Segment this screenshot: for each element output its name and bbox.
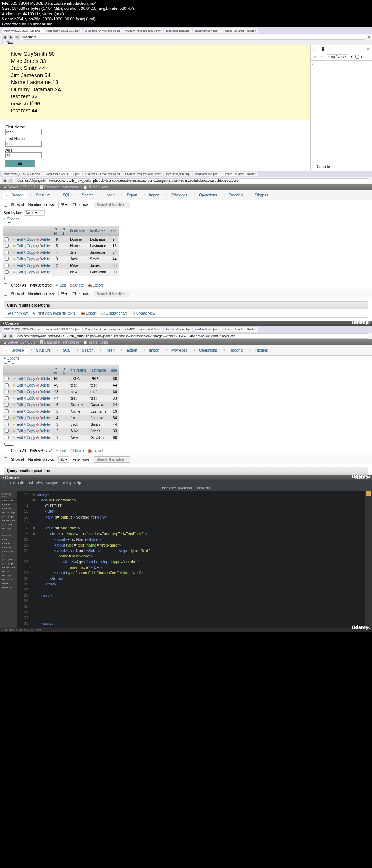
code-line[interactable]: 13▼ <div id="container"> xyxy=(17,497,365,503)
edit-link[interactable]: ✏ Edit xyxy=(13,270,23,274)
back-icon[interactable]: ◀ xyxy=(2,333,7,339)
edit-link[interactable]: ✏ Edit xyxy=(13,396,23,400)
edit-link[interactable]: ✏ Edit xyxy=(13,251,23,255)
bulk-edit-2[interactable]: ✏ Edit xyxy=(56,449,66,453)
back-icon[interactable]: ◀ xyxy=(2,178,7,183)
delete-link[interactable]: ⊖ Delete xyxy=(36,396,50,400)
edit-link[interactable]: ✏ Edit xyxy=(13,244,23,248)
file-item[interactable]: index.html xyxy=(1,549,17,553)
edit-link[interactable]: ✏ Edit xyxy=(13,429,23,433)
copy-link[interactable]: ⎘ Copy xyxy=(24,251,35,255)
code-line[interactable]: 33 <script xyxy=(17,621,365,626)
delete-link[interactable]: ⊖ Delete xyxy=(36,257,50,261)
row-check[interactable] xyxy=(5,390,9,393)
delete-link[interactable]: ⊖ Delete xyxy=(36,244,50,248)
col-1[interactable]: ▼ 1 xyxy=(61,365,69,376)
dt-menu-icon[interactable]: ⋮ xyxy=(357,46,363,51)
preserve-checkbox[interactable] xyxy=(355,55,359,59)
showall-check-2[interactable] xyxy=(4,292,7,296)
file-item[interactable]: json.php xyxy=(1,561,17,565)
edit-link[interactable]: ✏ Edit xyxy=(13,403,23,407)
copy-link[interactable]: ⎘ Copy xyxy=(24,390,35,394)
code-line[interactable]: 21 <input type="text" name="firstName"> xyxy=(17,543,365,548)
edit-link[interactable]: ✏ Edit xyxy=(13,257,23,261)
forward-icon[interactable]: ▶ xyxy=(8,35,13,40)
code-line[interactable]: name="lastName"> xyxy=(17,553,365,559)
code-line[interactable]: 28 </div> xyxy=(17,593,365,598)
pma-tab-privileges[interactable]: ▫Privileges xyxy=(163,192,190,199)
reload-icon[interactable]: ↻ xyxy=(8,178,13,183)
menu-find[interactable]: Find xyxy=(27,481,33,485)
browser-tab[interactable]: Hosted Libraries | Hosted xyxy=(221,327,258,332)
code-line[interactable]: 18▼ <div id="oneForm"> xyxy=(17,525,365,531)
code-line[interactable]: 31 xyxy=(17,609,365,615)
col-ln[interactable]: lastName xyxy=(88,226,108,236)
table-link[interactable]: Table: users xyxy=(89,340,108,344)
menu-icon[interactable]: ≡ xyxy=(368,35,370,39)
row-check[interactable] xyxy=(5,244,9,248)
copy-link[interactable]: ⎘ Copy xyxy=(24,403,35,407)
pma-tab-triggers[interactable]: ▫Triggers xyxy=(246,192,271,199)
edit-link[interactable]: ✏ Edit xyxy=(13,416,23,420)
edit-link[interactable]: ✏ Edit xyxy=(13,383,23,387)
add-button[interactable]: add xyxy=(5,160,35,167)
code-line[interactable]: 14 OUTPUT: xyxy=(17,503,365,509)
bulk-delete-2[interactable]: ⊖ Delete xyxy=(70,449,84,453)
menu-help[interactable]: Help xyxy=(74,481,81,485)
browser-tab[interactable]: Brackets - A modern, open xyxy=(83,327,122,332)
numrows-select-2[interactable]: 25 ▾ xyxy=(58,291,69,297)
server-link[interactable]: Server: 127.0.0.1 xyxy=(8,185,36,189)
file-item[interactable]: same.php xyxy=(1,519,17,523)
copy-link[interactable]: ⎘ Copy xyxy=(24,436,35,440)
code-line[interactable]: 23 <label>Age</label> <input type="numbe… xyxy=(17,559,365,565)
col-fn[interactable]: firstName xyxy=(68,226,88,236)
device-icon[interactable]: 📱 xyxy=(320,46,325,51)
code-line[interactable]: 17 xyxy=(17,520,365,525)
browser-tab[interactable]: PHP MYSQL JSON Discover xyxy=(2,172,44,176)
checkall-check[interactable] xyxy=(4,283,7,287)
copy-link[interactable]: ⎘ Copy xyxy=(24,237,35,241)
drawer-menu-icon[interactable]: ⋮ xyxy=(312,165,316,169)
print-link[interactable]: 🖨 Print view xyxy=(8,311,28,315)
console-prompt[interactable]: › xyxy=(311,61,372,68)
bulk-delete[interactable]: ⊖ Delete xyxy=(70,283,84,287)
menu-view[interactable]: View xyxy=(36,481,43,485)
pma-tab-sql[interactable]: ▫SQL xyxy=(54,347,73,354)
options-link[interactable]: + Options xyxy=(0,216,372,222)
reload-icon[interactable]: ↻ xyxy=(8,333,13,339)
copy-link[interactable]: ⎘ Copy xyxy=(24,264,35,268)
edit-link[interactable]: ✏ Edit xyxy=(13,409,23,413)
dropdown-icon[interactable]: ▼ xyxy=(350,55,353,59)
filter-input-2[interactable] xyxy=(94,291,130,297)
file-item[interactable]: json.php xyxy=(1,515,17,519)
col-age[interactable]: age xyxy=(109,365,119,376)
browser-tab[interactable]: Brackets - A modern, open xyxy=(83,28,122,33)
code-editor[interactable]: 12▼<body>13▼ <div id="container">14 OUTP… xyxy=(17,491,365,628)
col-age[interactable]: age xyxy=(108,226,119,236)
firstname-input[interactable] xyxy=(5,129,42,135)
copy-link[interactable]: ⎘ Copy xyxy=(24,257,35,261)
checkall-check-2[interactable] xyxy=(4,449,7,452)
pma-tab-tracking[interactable]: ▫Tracking xyxy=(221,192,246,199)
delete-link[interactable]: ⊖ Delete xyxy=(36,423,50,427)
bulk-edit[interactable]: ✏ Edit xyxy=(56,283,66,287)
copy-link[interactable]: ⎘ Copy xyxy=(24,396,35,400)
live-preview-icon[interactable] xyxy=(366,491,371,496)
browser-tab[interactable]: localhost / 127.0.0.1 / json xyxy=(44,28,82,33)
row-check[interactable] xyxy=(5,423,9,426)
file-item[interactable]: script xyxy=(1,569,17,573)
row-check[interactable] xyxy=(5,257,9,261)
lastname-input[interactable] xyxy=(5,141,42,147)
pma-tab-browse[interactable]: ▫Browse xyxy=(3,347,27,354)
clear-icon[interactable]: ⊘ xyxy=(312,54,317,59)
code-line[interactable]: 30 xyxy=(17,604,365,609)
browser-tab[interactable]: Brackets - A modern, open xyxy=(83,172,122,176)
bulk-export[interactable]: 📤 Export xyxy=(88,283,103,287)
pma-tab-search[interactable]: ▫Search xyxy=(74,347,97,354)
menu-edit[interactable]: Edit xyxy=(18,481,24,485)
file-item[interactable]: json.json xyxy=(1,523,17,527)
delete-link[interactable]: ⊖ Delete xyxy=(36,251,50,255)
filter-icon[interactable]: ▽ xyxy=(319,54,324,59)
code-line[interactable]: name="age"><BR> xyxy=(17,565,365,570)
reload-icon[interactable]: ↻ xyxy=(15,35,20,40)
